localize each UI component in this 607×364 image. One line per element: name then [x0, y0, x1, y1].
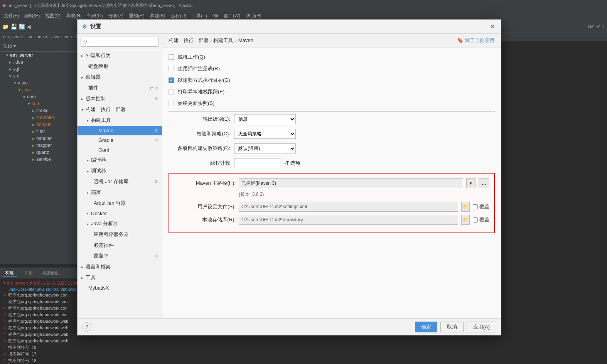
- nav-keymap[interactable]: 键盘映射: [78, 61, 162, 72]
- tree-item-label: src: [13, 73, 19, 79]
- apply-button[interactable]: 应用(A): [467, 322, 496, 332]
- user-settings-browse-button[interactable]: 📁: [461, 202, 470, 212]
- error-text: 找不到符号 :17: [8, 351, 36, 357]
- expand-icon: ▸: [87, 158, 89, 162]
- menu-item-build[interactable]: 构建(B): [148, 12, 168, 20]
- menu-item-git[interactable]: Git: [210, 12, 221, 19]
- nav-required-plugins[interactable]: 必需插件: [78, 240, 162, 251]
- menu-item-edit[interactable]: 编辑(E): [22, 12, 42, 20]
- menu-item-tools[interactable]: 工具(T): [189, 12, 209, 20]
- output-level-select[interactable]: 信息 调试 错误: [234, 114, 296, 124]
- menu-item-file[interactable]: 文件(F): [2, 12, 21, 20]
- nav-app-servers[interactable]: 应用程序服务器: [78, 229, 162, 240]
- breadcrumb-java: java: [52, 34, 59, 39]
- menu-item-nav[interactable]: 导航(N): [64, 12, 84, 20]
- nav-languages[interactable]: ▸ 语言和框架: [78, 261, 162, 272]
- menu-item-refactor[interactable]: 重构(R): [126, 12, 147, 20]
- maven-config-box: Maven 主路径(H): ▾ … (版本: 3.6.3) 用户设置文件(S):…: [169, 173, 495, 233]
- menu-item-run[interactable]: 运行(U): [169, 12, 189, 20]
- nav-docker[interactable]: ▸ Docker: [78, 209, 162, 218]
- expand-icon: ▾: [23, 94, 25, 99]
- nav-vcs[interactable]: ▸ 版本控制 ⚙: [78, 93, 162, 104]
- menu-item-window[interactable]: 窗口(W): [221, 12, 243, 20]
- dialog-close-button[interactable]: ×: [489, 23, 496, 30]
- t-option-label: -T 选项: [284, 160, 300, 167]
- print-exception-label: 打印异常堆栈跟踪(E): [178, 88, 224, 95]
- expand-icon: ▸: [81, 265, 83, 269]
- nav-remote-jar[interactable]: 远程 Jar 存储库 ⚙: [78, 176, 162, 187]
- menu-item-help[interactable]: 帮助(H): [243, 12, 264, 20]
- output-level-label: 输出级别(L):: [169, 116, 230, 123]
- nav-tools[interactable]: ▸ 工具: [78, 272, 162, 283]
- coverage-icon: ⚙: [154, 254, 158, 259]
- tab-build-output[interactable]: 构建输出: [40, 270, 61, 277]
- recursive-exec-checkbox[interactable]: ✔: [169, 78, 174, 83]
- maven-home-dropdown-button[interactable]: ▾: [466, 178, 475, 188]
- menu-item-code[interactable]: 代码(C): [85, 12, 105, 20]
- print-exception-checkbox[interactable]: [169, 89, 174, 94]
- nav-build[interactable]: ▾ 构建、执行、部署: [78, 104, 162, 115]
- tab-build[interactable]: 构建:: [3, 269, 17, 277]
- tree-item-label: em_server: [10, 52, 33, 58]
- thread-count-input[interactable]: [234, 158, 280, 168]
- nav-plugins[interactable]: 插件 ⇄ ⚙: [78, 83, 162, 93]
- always-update-checkbox[interactable]: [169, 101, 174, 106]
- toolbar-back-icon[interactable]: ◀: [27, 24, 31, 30]
- expand-icon: ▸: [87, 222, 89, 226]
- nav-editor[interactable]: ▸ 编辑器: [78, 72, 162, 83]
- settings-search-input[interactable]: [81, 37, 159, 47]
- nav-compiler[interactable]: ▸ 编译器: [78, 155, 162, 165]
- nav-item-label: Docker: [91, 211, 107, 216]
- toolbar-refresh-icon[interactable]: 🔄: [19, 24, 25, 30]
- breadcrumb-build-tools: 构建工具: [213, 37, 233, 44]
- help-button[interactable]: ?: [82, 322, 91, 332]
- tab-sync[interactable]: 同步: [22, 270, 35, 277]
- error-file-text: AjaxCorsFilter.java src/main/java/co: [9, 287, 76, 292]
- nav-arquillian[interactable]: Arquillian 容器: [78, 198, 162, 209]
- thread-count-label: 线程计数: [169, 160, 230, 167]
- local-repo-override-checkbox[interactable]: [473, 217, 478, 222]
- current-project-link[interactable]: 🔖 对于当前项目: [457, 37, 495, 44]
- maven-home-row: Maven 主路径(H): ▾ …: [174, 178, 489, 188]
- error-text: 找不到符号 :18: [8, 358, 36, 364]
- checksum-row: 校验和策略(C): 无全局策略 严格 宽松: [169, 129, 495, 139]
- toolbar-open-icon[interactable]: 📁: [2, 24, 9, 30]
- nav-debugger[interactable]: ▸ 调试器: [78, 165, 162, 176]
- nav-appearance[interactable]: ▸ 外观和行为: [78, 50, 162, 61]
- offline-work-checkbox[interactable]: [169, 54, 174, 60]
- nav-gradle[interactable]: Gradle ⚙: [78, 135, 162, 145]
- nav-item-label: Gradle: [98, 137, 113, 143]
- ok-button[interactable]: 确定: [415, 322, 437, 332]
- plugin-registry-checkbox[interactable]: [169, 66, 174, 71]
- nav-item-label: 工具: [86, 274, 96, 281]
- nav-build-tools[interactable]: ▾ 构建工具: [78, 115, 162, 126]
- local-repo-browse-button[interactable]: 📁: [461, 215, 470, 225]
- nav-coverage[interactable]: 覆盖率 ⚙: [78, 251, 162, 261]
- toolbar-save-icon[interactable]: 💾: [10, 24, 17, 30]
- checksum-select[interactable]: 无全局策略 严格 宽松: [234, 129, 296, 139]
- cancel-button[interactable]: 取消: [440, 322, 464, 332]
- maven-home-input[interactable]: [239, 178, 463, 188]
- local-repo-input[interactable]: [239, 215, 458, 225]
- maven-home-browse-button[interactable]: …: [479, 178, 489, 188]
- offline-work-row: 脱机工作(Q): [169, 54, 495, 61]
- nav-maven[interactable]: Maven ⚙: [78, 126, 162, 135]
- nav-item-label: 编辑器: [86, 74, 101, 81]
- expand-icon: ▸: [32, 122, 35, 127]
- nav-java-profiler[interactable]: ▸ Java 分析器: [78, 218, 162, 229]
- nav-mybatisx[interactable]: MybatisX: [78, 283, 162, 293]
- menu-item-analyze[interactable]: 分析(Z): [106, 12, 126, 20]
- user-settings-override-checkbox[interactable]: [473, 204, 478, 209]
- always-update-row: 始终更新快照(S): [169, 100, 495, 107]
- divider-1: [169, 111, 495, 112]
- nav-item-label: Gant: [98, 147, 109, 153]
- tree-item-label: sql: [13, 66, 19, 72]
- user-settings-input[interactable]: [239, 202, 458, 212]
- nav-gant[interactable]: Gant: [78, 145, 162, 155]
- nav-deploy[interactable]: ▸ 部署: [78, 187, 162, 198]
- menu-item-view[interactable]: 视图(V): [43, 12, 63, 20]
- multiproject-select[interactable]: 默认(通用) 失败不继续 不停止: [234, 143, 296, 153]
- expand-icon: ▸: [32, 143, 35, 148]
- expand-icon: ▸: [9, 60, 12, 65]
- user-settings-label: 用户设置文件(S):: [174, 203, 236, 210]
